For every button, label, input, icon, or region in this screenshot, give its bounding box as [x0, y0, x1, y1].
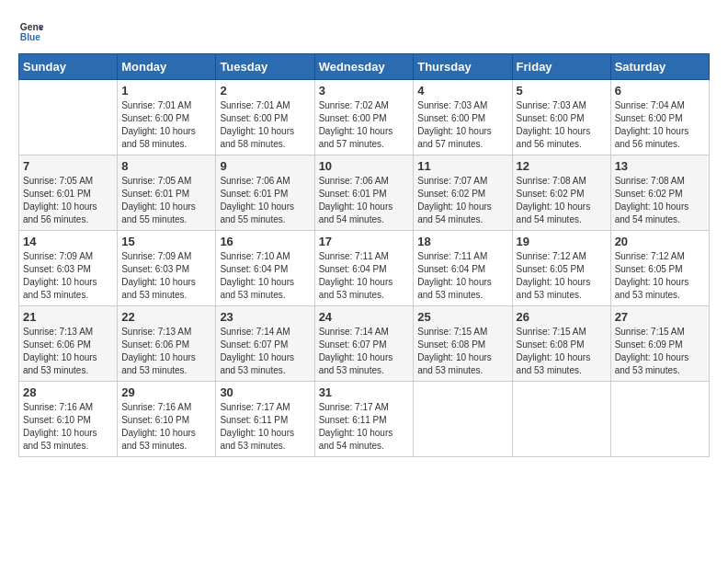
svg-text:Blue: Blue	[20, 32, 41, 42]
calendar-cell: 27Sunrise: 7:15 AM Sunset: 6:09 PM Dayli…	[610, 306, 709, 382]
day-number: 12	[517, 159, 607, 173]
calendar-cell: 14Sunrise: 7:09 AM Sunset: 6:03 PM Dayli…	[19, 231, 118, 306]
day-number: 11	[417, 159, 507, 173]
calendar-cell: 29Sunrise: 7:16 AM Sunset: 6:10 PM Dayli…	[118, 382, 216, 457]
day-number: 15	[121, 235, 211, 248]
day-info: Sunrise: 7:07 AM Sunset: 6:02 PM Dayligh…	[417, 175, 507, 226]
calendar-cell: 17Sunrise: 7:11 AM Sunset: 6:04 PM Dayli…	[314, 231, 414, 306]
day-number: 27	[615, 310, 705, 324]
day-info: Sunrise: 7:16 AM Sunset: 6:10 PM Dayligh…	[121, 401, 211, 453]
day-info: Sunrise: 7:03 AM Sunset: 6:00 PM Dayligh…	[417, 99, 507, 151]
day-info: Sunrise: 7:17 AM Sunset: 6:11 PM Dayligh…	[220, 401, 310, 453]
day-info: Sunrise: 7:10 AM Sunset: 6:04 PM Dayligh…	[220, 250, 310, 302]
day-info: Sunrise: 7:06 AM Sunset: 6:01 PM Dayligh…	[220, 175, 310, 226]
calendar-cell: 7Sunrise: 7:05 AM Sunset: 6:01 PM Daylig…	[19, 155, 118, 231]
calendar-cell: 31Sunrise: 7:17 AM Sunset: 6:11 PM Dayli…	[314, 382, 414, 457]
day-info: Sunrise: 7:11 AM Sunset: 6:04 PM Dayligh…	[319, 250, 410, 302]
calendar-cell: 6Sunrise: 7:04 AM Sunset: 6:00 PM Daylig…	[610, 80, 709, 155]
calendar-cell: 16Sunrise: 7:10 AM Sunset: 6:04 PM Dayli…	[216, 231, 314, 306]
calendar-cell: 21Sunrise: 7:13 AM Sunset: 6:06 PM Dayli…	[19, 306, 118, 382]
day-info: Sunrise: 7:01 AM Sunset: 6:00 PM Dayligh…	[121, 99, 211, 151]
logo-icon: General Blue	[18, 18, 44, 44]
day-info: Sunrise: 7:12 AM Sunset: 6:05 PM Dayligh…	[615, 250, 705, 302]
calendar-cell: 19Sunrise: 7:12 AM Sunset: 6:05 PM Dayli…	[512, 231, 610, 306]
calendar-cell: 2Sunrise: 7:01 AM Sunset: 6:00 PM Daylig…	[216, 80, 314, 155]
day-info: Sunrise: 7:15 AM Sunset: 6:08 PM Dayligh…	[517, 326, 607, 377]
calendar-cell: 22Sunrise: 7:13 AM Sunset: 6:06 PM Dayli…	[118, 306, 216, 382]
day-number: 14	[23, 235, 113, 248]
calendar-cell: 12Sunrise: 7:08 AM Sunset: 6:02 PM Dayli…	[512, 155, 610, 231]
day-number: 24	[319, 310, 410, 324]
day-number: 1	[121, 84, 211, 98]
calendar-cell: 24Sunrise: 7:14 AM Sunset: 6:07 PM Dayli…	[314, 306, 414, 382]
day-info: Sunrise: 7:13 AM Sunset: 6:06 PM Dayligh…	[23, 326, 113, 377]
calendar-cell: 23Sunrise: 7:14 AM Sunset: 6:07 PM Dayli…	[216, 306, 314, 382]
calendar-cell: 26Sunrise: 7:15 AM Sunset: 6:08 PM Dayli…	[512, 306, 610, 382]
day-info: Sunrise: 7:05 AM Sunset: 6:01 PM Dayligh…	[121, 175, 211, 226]
column-header-tuesday: Tuesday	[216, 54, 314, 80]
day-number: 2	[220, 84, 310, 98]
day-number: 20	[615, 235, 705, 248]
column-header-monday: Monday	[118, 54, 216, 80]
day-info: Sunrise: 7:05 AM Sunset: 6:01 PM Dayligh…	[23, 175, 113, 226]
day-number: 6	[615, 84, 705, 98]
day-number: 5	[517, 84, 607, 98]
day-number: 28	[23, 385, 113, 399]
calendar-cell: 28Sunrise: 7:16 AM Sunset: 6:10 PM Dayli…	[19, 382, 118, 457]
day-number: 8	[121, 159, 211, 173]
column-header-saturday: Saturday	[610, 54, 709, 80]
column-header-thursday: Thursday	[414, 54, 512, 80]
day-number: 7	[23, 159, 113, 173]
calendar-cell	[414, 382, 512, 457]
calendar-cell	[19, 80, 118, 155]
calendar-cell: 15Sunrise: 7:09 AM Sunset: 6:03 PM Dayli…	[118, 231, 216, 306]
day-number: 30	[220, 385, 310, 399]
day-number: 13	[615, 159, 705, 173]
day-info: Sunrise: 7:09 AM Sunset: 6:03 PM Dayligh…	[121, 250, 211, 302]
day-number: 10	[319, 159, 410, 173]
column-header-wednesday: Wednesday	[314, 54, 414, 80]
calendar-cell: 25Sunrise: 7:15 AM Sunset: 6:08 PM Dayli…	[414, 306, 512, 382]
day-info: Sunrise: 7:15 AM Sunset: 6:09 PM Dayligh…	[615, 326, 705, 377]
calendar-header: SundayMondayTuesdayWednesdayThursdayFrid…	[19, 54, 710, 80]
day-number: 17	[319, 235, 410, 248]
day-info: Sunrise: 7:12 AM Sunset: 6:05 PM Dayligh…	[517, 250, 607, 302]
day-number: 16	[220, 235, 310, 248]
day-number: 25	[417, 310, 507, 324]
day-info: Sunrise: 7:06 AM Sunset: 6:01 PM Dayligh…	[319, 175, 410, 226]
day-info: Sunrise: 7:13 AM Sunset: 6:06 PM Dayligh…	[121, 326, 211, 377]
calendar-cell: 10Sunrise: 7:06 AM Sunset: 6:01 PM Dayli…	[314, 155, 414, 231]
logo: General Blue	[18, 18, 48, 44]
column-header-sunday: Sunday	[19, 54, 118, 80]
calendar-cell: 30Sunrise: 7:17 AM Sunset: 6:11 PM Dayli…	[216, 382, 314, 457]
calendar-cell: 5Sunrise: 7:03 AM Sunset: 6:00 PM Daylig…	[512, 80, 610, 155]
day-number: 4	[417, 84, 507, 98]
column-header-friday: Friday	[512, 54, 610, 80]
day-info: Sunrise: 7:15 AM Sunset: 6:08 PM Dayligh…	[417, 326, 507, 377]
day-info: Sunrise: 7:14 AM Sunset: 6:07 PM Dayligh…	[220, 326, 310, 377]
calendar-cell: 1Sunrise: 7:01 AM Sunset: 6:00 PM Daylig…	[118, 80, 216, 155]
day-number: 19	[517, 235, 607, 248]
day-number: 9	[220, 159, 310, 173]
day-info: Sunrise: 7:04 AM Sunset: 6:00 PM Dayligh…	[615, 99, 705, 151]
day-info: Sunrise: 7:08 AM Sunset: 6:02 PM Dayligh…	[615, 175, 705, 226]
calendar-cell: 13Sunrise: 7:08 AM Sunset: 6:02 PM Dayli…	[610, 155, 709, 231]
day-number: 29	[121, 385, 211, 399]
calendar-cell: 20Sunrise: 7:12 AM Sunset: 6:05 PM Dayli…	[610, 231, 709, 306]
day-info: Sunrise: 7:09 AM Sunset: 6:03 PM Dayligh…	[23, 250, 113, 302]
calendar-cell: 4Sunrise: 7:03 AM Sunset: 6:00 PM Daylig…	[414, 80, 512, 155]
day-number: 31	[319, 385, 410, 399]
page-header: General Blue	[18, 18, 710, 44]
day-number: 18	[417, 235, 507, 248]
calendar-cell: 8Sunrise: 7:05 AM Sunset: 6:01 PM Daylig…	[118, 155, 216, 231]
day-info: Sunrise: 7:11 AM Sunset: 6:04 PM Dayligh…	[417, 250, 507, 302]
day-info: Sunrise: 7:08 AM Sunset: 6:02 PM Dayligh…	[517, 175, 607, 226]
calendar-cell: 11Sunrise: 7:07 AM Sunset: 6:02 PM Dayli…	[414, 155, 512, 231]
day-info: Sunrise: 7:17 AM Sunset: 6:11 PM Dayligh…	[319, 401, 410, 453]
calendar-cell: 3Sunrise: 7:02 AM Sunset: 6:00 PM Daylig…	[314, 80, 414, 155]
day-info: Sunrise: 7:14 AM Sunset: 6:07 PM Dayligh…	[319, 326, 410, 377]
calendar-cell	[512, 382, 610, 457]
day-info: Sunrise: 7:02 AM Sunset: 6:00 PM Dayligh…	[319, 99, 410, 151]
day-number: 22	[121, 310, 211, 324]
day-number: 23	[220, 310, 310, 324]
